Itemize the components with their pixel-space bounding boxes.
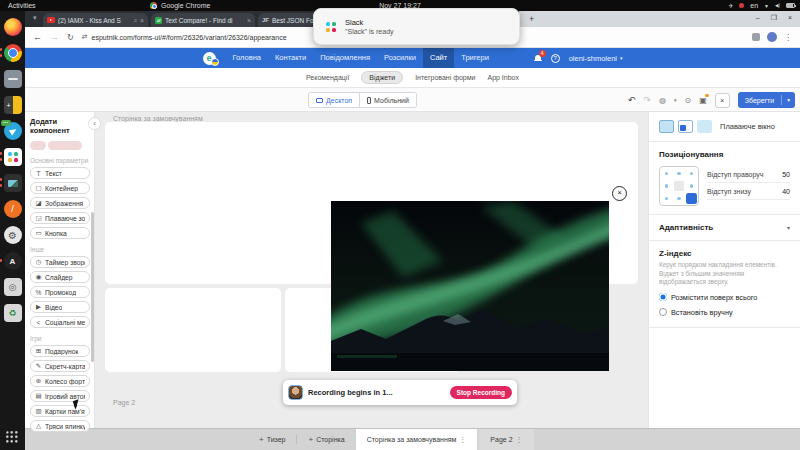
nav-item-campaigns[interactable]: Розсилки (377, 48, 423, 68)
stop-recording-button[interactable]: Stop Recording (450, 386, 512, 399)
tab-close-icon[interactable]: × (247, 17, 251, 24)
files-icon[interactable] (4, 70, 22, 88)
adaptivity-section[interactable]: Адаптивність ▾ (659, 223, 790, 232)
page2-tab[interactable]: Page 2 ⋮ (479, 429, 533, 450)
backup-icon[interactable]: ♻ (4, 304, 22, 322)
page-canvas[interactable]: Сторінка за замовчуванням (95, 112, 648, 428)
tab-close-icon[interactable]: × (140, 17, 144, 24)
firefox-icon[interactable] (4, 18, 22, 36)
recorder-avatar (288, 385, 303, 400)
nav-item-messages[interactable]: Повідомлення (313, 48, 377, 68)
copy-code-icon[interactable]: ▣ (699, 96, 707, 105)
nav-item-home[interactable]: Головна (226, 48, 269, 68)
disks-icon[interactable]: ◎ (4, 278, 22, 296)
subnav-recommendations[interactable]: Рекомендації (306, 74, 349, 81)
window-close-button[interactable]: × (788, 14, 792, 22)
widget-type-icon-3[interactable] (697, 120, 712, 133)
component-countdown-timer[interactable]: ◷Таймер зворот (30, 256, 90, 268)
slot-icon: ▤ (35, 392, 42, 400)
component-promocode[interactable]: %Промокод (30, 286, 90, 298)
nav-item-contacts[interactable]: Контакти (268, 48, 313, 68)
a-app-icon[interactable]: A (4, 252, 22, 270)
save-button[interactable]: Зберегти ▾ (738, 92, 795, 108)
subnav-embedded-forms[interactable]: Інтегровані форми (415, 74, 475, 81)
language-icon[interactable]: ◍ (659, 96, 666, 105)
component-floating-image[interactable]: ◲Плаваюче зобр (30, 212, 90, 224)
widget-close-button[interactable]: × (612, 186, 627, 201)
component-video[interactable]: ▶Відео (30, 301, 90, 313)
close-editor-button[interactable]: × (715, 93, 730, 108)
nav-item-triggers[interactable]: Тригери (454, 48, 496, 68)
component-slider[interactable]: ◉Слайдер (30, 271, 90, 283)
zindex-option-top[interactable]: Розмістити поверх всього (659, 293, 790, 302)
system-tray[interactable]: ✈ en ▼ ◀) (728, 0, 795, 11)
browser-tab-textcompare[interactable]: ⇄ Text Compare! - Find di × (151, 13, 255, 27)
component-button[interactable]: ▭Кнопка (30, 227, 90, 239)
undo-icon[interactable]: ↶ (628, 95, 636, 105)
back-button[interactable]: ← (33, 32, 42, 42)
offset-bottom-value[interactable]: 40 (782, 188, 790, 195)
bell-icon[interactable]: 4 (534, 54, 542, 63)
tab-audio-icon[interactable]: ♫ (133, 17, 137, 23)
position-bottom-right-selected[interactable] (685, 192, 698, 205)
tab-menu-icon[interactable]: ⋮ (516, 436, 523, 444)
component-slot-machine[interactable]: ▤Ігровий автом (30, 390, 90, 402)
tab-menu-icon[interactable]: ⋮ (459, 436, 466, 444)
archive-manager-icon[interactable] (4, 96, 22, 114)
forward-button[interactable]: → (50, 32, 59, 42)
component-gift[interactable]: ⊞Подарунок (30, 345, 90, 357)
sidebar-scrollbar[interactable] (91, 212, 94, 362)
component-image[interactable]: ◪Зображення (30, 197, 90, 209)
preview-icon[interactable]: ⊙ (684, 96, 691, 105)
add-teaser-tab[interactable]: + Тизер (248, 429, 296, 450)
widget-type-label: Плаваюче вікно (720, 122, 775, 131)
browser-menu-icon[interactable]: ⋮ (784, 33, 792, 42)
widget-type-icon-1[interactable] (659, 120, 674, 133)
subnav-app-inbox[interactable]: App Inbox (487, 74, 519, 81)
component-fortune-wheel[interactable]: ⊛Колесо фортун (30, 375, 90, 387)
window-minimize-button[interactable]: – (756, 14, 760, 22)
add-page-tab[interactable]: + Сторінка (297, 429, 355, 450)
redo-icon[interactable]: ↷ (643, 95, 651, 105)
browser-tab-youtube[interactable]: (2) IAMX - Kiss And S ♫ × (43, 13, 148, 27)
language-chevron-icon[interactable]: ▾ (674, 97, 677, 103)
component-text[interactable]: TТекст (30, 167, 90, 179)
component-social[interactable]: <Соціальні мер (30, 316, 90, 328)
mobile-toggle-button[interactable]: Мобільний (360, 93, 416, 107)
widget-type-icon-2[interactable] (678, 120, 693, 133)
nav-item-site[interactable]: Сайт (423, 48, 454, 68)
position-picker[interactable] (659, 166, 699, 206)
google-chrome-icon[interactable] (4, 44, 22, 62)
subnav-widgets[interactable]: Віджети (361, 71, 403, 84)
window-maximize-button[interactable]: ❐ (771, 14, 777, 22)
user-menu[interactable]: oleni-shmoleni ▾ (569, 54, 623, 63)
component-shake-tree[interactable]: △Тряси ялинку (30, 420, 90, 432)
notification-dots (0, 178, 2, 181)
image-viewer-icon[interactable] (4, 174, 22, 192)
offset-right-value[interactable]: 50 (782, 171, 790, 178)
new-tab-button[interactable]: + (529, 14, 534, 24)
settings-icon[interactable]: ⚙ (4, 226, 22, 244)
esputnik-logo[interactable]: e (203, 52, 216, 65)
button-icon: ▭ (35, 229, 42, 237)
component-container[interactable]: ▢Контейнер (30, 182, 90, 194)
site-info-icon[interactable]: ⇄ (82, 33, 88, 41)
collapse-panel-button[interactable]: ‹ (88, 117, 101, 130)
default-page-tab[interactable]: Сторінка за замовчуванням ⋮ (356, 429, 478, 450)
telegram-icon[interactable]: ••• (4, 122, 22, 140)
slack-notification[interactable]: Slack "Slack" is ready (313, 8, 520, 45)
draw-app-icon[interactable]: / (4, 200, 22, 218)
extensions-icon[interactable] (752, 33, 760, 41)
help-icon[interactable]: ? (551, 54, 560, 63)
reload-button[interactable]: ↻ (67, 33, 74, 42)
desktop-toggle-button[interactable]: Десктоп (309, 93, 360, 107)
save-chevron-icon[interactable]: ▾ (782, 97, 795, 103)
show-applications-icon[interactable] (6, 431, 19, 444)
slack-icon[interactable] (4, 148, 22, 166)
tab-list-chevron-icon[interactable]: ▾ (33, 14, 37, 22)
aurora-widget-image[interactable] (331, 201, 609, 371)
zindex-option-manual[interactable]: Встановіть вручну (659, 308, 790, 317)
canvas-page2-label: Page 2 (113, 399, 135, 406)
component-scratch-card[interactable]: ✎Скретч-карта (30, 360, 90, 372)
profile-avatar[interactable] (767, 32, 777, 42)
